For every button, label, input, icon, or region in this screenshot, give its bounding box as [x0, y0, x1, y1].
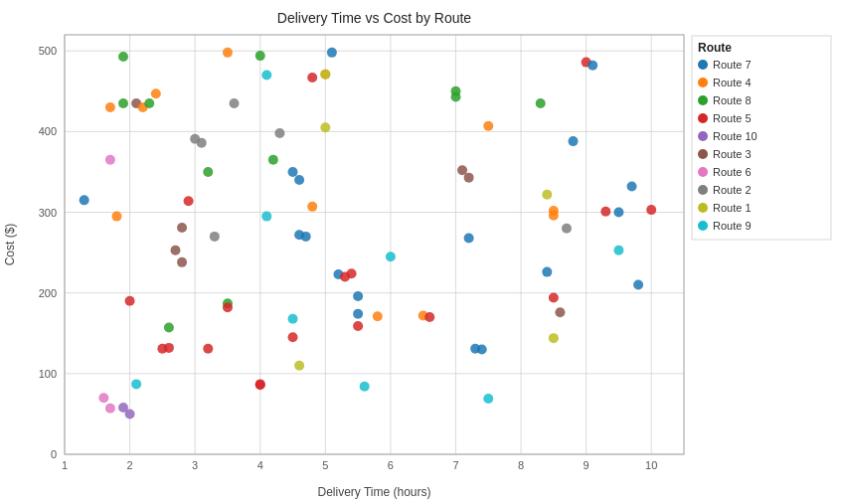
svg-point-44 [98, 393, 108, 403]
svg-point-100 [424, 312, 434, 322]
svg-point-144 [698, 185, 708, 195]
svg-text:Route 1: Route 1 [713, 202, 752, 214]
svg-point-95 [353, 321, 363, 331]
svg-text:500: 500 [39, 45, 57, 57]
svg-point-84 [307, 202, 317, 212]
svg-point-87 [320, 70, 330, 80]
svg-point-76 [274, 128, 284, 138]
svg-text:Delivery Time (hours): Delivery Time (hours) [317, 485, 430, 499]
svg-point-126 [633, 280, 643, 290]
svg-text:Route 8: Route 8 [713, 94, 752, 106]
svg-point-148 [698, 221, 708, 231]
svg-point-78 [288, 314, 298, 324]
svg-point-146 [698, 203, 708, 213]
svg-text:3: 3 [192, 459, 198, 471]
svg-point-122 [600, 207, 610, 217]
svg-text:200: 200 [39, 287, 57, 299]
svg-point-80 [294, 175, 304, 185]
svg-point-64 [210, 232, 220, 242]
svg-text:1: 1 [62, 459, 68, 471]
svg-point-43 [105, 155, 115, 165]
svg-point-85 [307, 73, 317, 83]
svg-point-111 [549, 211, 559, 221]
svg-point-98 [386, 252, 396, 261]
svg-text:300: 300 [39, 207, 57, 219]
svg-point-136 [698, 113, 708, 123]
svg-point-107 [477, 345, 487, 355]
svg-point-88 [320, 122, 330, 132]
svg-point-79 [288, 332, 298, 342]
svg-point-96 [360, 382, 370, 392]
svg-point-52 [151, 88, 161, 98]
svg-point-105 [464, 234, 474, 244]
svg-text:Route 5: Route 5 [713, 112, 752, 124]
svg-text:Route 2: Route 2 [713, 184, 752, 196]
svg-point-140 [698, 149, 708, 159]
svg-point-108 [483, 394, 493, 404]
svg-text:5: 5 [322, 459, 328, 471]
svg-text:100: 100 [39, 368, 57, 380]
svg-point-89 [327, 48, 337, 58]
svg-point-70 [255, 51, 265, 61]
svg-point-72 [255, 379, 265, 389]
svg-point-38 [80, 195, 89, 205]
svg-point-48 [125, 296, 135, 306]
svg-text:8: 8 [518, 459, 524, 471]
svg-point-116 [555, 307, 565, 317]
svg-point-39 [105, 102, 115, 112]
svg-text:7: 7 [452, 459, 458, 471]
svg-point-56 [170, 246, 180, 255]
svg-point-42 [118, 52, 128, 62]
svg-point-45 [105, 404, 115, 414]
svg-point-69 [230, 98, 240, 108]
svg-point-68 [223, 302, 233, 312]
svg-text:6: 6 [388, 459, 394, 471]
svg-point-118 [549, 333, 559, 343]
chart-container: 123456789100100200300400500Delivery Time… [0, 0, 843, 504]
svg-point-123 [613, 208, 623, 218]
svg-text:0: 0 [51, 448, 57, 460]
svg-point-117 [562, 224, 572, 234]
svg-point-113 [536, 98, 546, 108]
svg-point-75 [268, 155, 278, 165]
scatter-plot: 123456789100100200300400500Delivery Time… [0, 0, 843, 504]
svg-text:9: 9 [584, 459, 590, 471]
svg-point-62 [197, 138, 207, 148]
svg-point-138 [698, 131, 708, 141]
svg-text:Route: Route [698, 41, 732, 55]
svg-point-59 [184, 196, 194, 206]
svg-point-51 [144, 98, 154, 108]
svg-point-60 [131, 379, 141, 389]
svg-text:Route 4: Route 4 [713, 77, 752, 88]
svg-point-121 [588, 61, 597, 71]
svg-text:10: 10 [645, 459, 657, 471]
svg-text:Route 10: Route 10 [713, 130, 758, 142]
svg-point-119 [569, 136, 579, 146]
svg-point-77 [288, 167, 298, 177]
svg-point-93 [353, 291, 363, 301]
svg-point-92 [347, 268, 357, 278]
svg-point-41 [118, 98, 128, 108]
svg-point-63 [203, 167, 213, 177]
svg-point-112 [542, 190, 552, 200]
svg-point-40 [111, 212, 121, 222]
svg-point-53 [164, 323, 174, 333]
svg-point-104 [464, 173, 474, 183]
svg-text:Route 7: Route 7 [713, 59, 752, 71]
svg-text:Route 6: Route 6 [713, 166, 752, 178]
svg-point-94 [353, 309, 363, 319]
svg-text:4: 4 [257, 459, 263, 471]
svg-point-142 [698, 167, 708, 177]
svg-point-57 [177, 223, 187, 233]
svg-point-73 [261, 212, 271, 222]
svg-point-65 [203, 344, 213, 354]
svg-point-82 [301, 232, 311, 242]
svg-point-55 [164, 343, 174, 353]
svg-point-109 [483, 121, 493, 131]
svg-text:Delivery Time vs Cost by Route: Delivery Time vs Cost by Route [277, 10, 471, 26]
svg-point-83 [294, 361, 304, 371]
svg-point-47 [125, 409, 135, 419]
svg-point-58 [177, 257, 187, 267]
svg-text:Route 9: Route 9 [713, 220, 752, 232]
svg-point-102 [450, 91, 460, 101]
